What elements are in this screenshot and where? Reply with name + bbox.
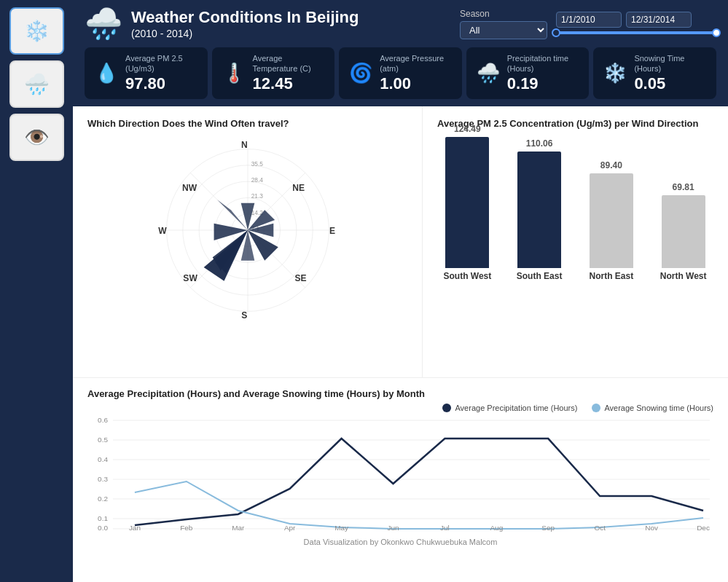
stat-snow-value: 0.05 [634, 74, 684, 93]
pm-bar-se-bar [517, 152, 561, 268]
slider-thumb-left[interactable] [552, 28, 560, 37]
svg-text:Jan: Jan [129, 524, 141, 532]
pm-bar-sw: 124.49 South West [437, 124, 498, 281]
svg-text:S: S [241, 310, 247, 321]
precip-icon: 🌧️ [477, 62, 500, 84]
pm-bar-ne: 89.40 North East [582, 160, 642, 281]
temp-icon: 🌡️ [222, 62, 246, 84]
stat-precip-label: Precipitation time(Hours) [507, 53, 568, 74]
svg-text:E: E [329, 226, 335, 236]
header-weather-icon: 🌧️ [85, 6, 122, 42]
svg-text:0.6: 0.6 [98, 416, 108, 424]
sidebar: ❄️ 🌧️ 👁️ [0, 0, 73, 582]
stat-pressure-value: 1.00 [380, 74, 444, 93]
legend-dot-snow [592, 404, 600, 412]
svg-text:NW: NW [182, 184, 197, 194]
svg-text:Sep: Sep [541, 524, 555, 532]
svg-text:Feb: Feb [180, 524, 193, 532]
pm-bar-ne-bar [590, 173, 633, 268]
snowflake-icon: ❄️ [24, 19, 50, 43]
pm-bar-chart: 124.49 South West 110.06 South East 89.4… [437, 143, 713, 303]
svg-text:SE: SE [294, 273, 306, 283]
stat-snow-text: Snowing Time(Hours) 0.05 [634, 53, 684, 93]
pm-bar-sw-bar [445, 137, 489, 268]
svg-text:28.4: 28.4 [251, 177, 263, 184]
wind-chart-title: Which Direction Does the Wind Often trav… [87, 118, 407, 130]
charts-bottom: Average Precipitation (Hours) and Averag… [73, 378, 728, 582]
stat-temp-label: AverageTemperature (C) [253, 53, 311, 74]
wind-rose-container: 35.5 28.4 21.3 14.2 7.1 [87, 135, 407, 325]
pm-bar-nw: 69.81 North West [653, 182, 713, 281]
header: 🌧️ Weather Conditions In Beijing (2010 -… [73, 0, 728, 47]
season-select[interactable]: All Spring Summer Fall Winter [460, 21, 547, 39]
eye-icon: 👁️ [24, 125, 50, 149]
stat-snow-label: Snowing Time(Hours) [634, 53, 684, 74]
svg-text:0.4: 0.4 [98, 455, 108, 463]
pm-bar-nw-bar [662, 195, 705, 268]
svg-text:May: May [334, 524, 348, 532]
svg-text:W: W [158, 226, 167, 236]
charts-top: Which Direction Does the Wind Often trav… [73, 106, 728, 378]
slider-thumb-right[interactable] [712, 28, 721, 37]
date-range [556, 12, 716, 36]
date-slider-container [556, 30, 716, 36]
svg-text:35.5: 35.5 [251, 160, 263, 168]
snow-line [135, 481, 703, 529]
header-left: 🌧️ Weather Conditions In Beijing (2010 -… [85, 6, 359, 42]
svg-text:Dec: Dec [697, 524, 710, 532]
svg-text:Jun: Jun [387, 524, 399, 532]
legend-item-precip: Average Precipitation time (Hours) [442, 404, 577, 412]
stat-precip-text: Precipitation time(Hours) 0.19 [507, 53, 568, 93]
wind-chart-panel: Which Direction Does the Wind Often trav… [73, 106, 423, 377]
pm-bar-ne-label: North East [590, 271, 634, 281]
header-title-block: Weather Conditions In Beijing (2010 - 20… [131, 8, 359, 39]
stat-pm25-text: Average PM 2.5(Ug/m3) 97.80 [125, 53, 183, 93]
snow-icon: ❄️ [603, 62, 627, 84]
header-controls: Season All Spring Summer Fall Winter [460, 9, 716, 39]
pm-bar-nw-label: North West [660, 271, 707, 281]
pm-bar-ne-value: 89.40 [600, 160, 622, 170]
svg-text:21.3: 21.3 [251, 193, 263, 200]
stat-temp-text: AverageTemperature (C) 12.45 [253, 53, 311, 93]
line-chart-legend: Average Precipitation time (Hours) Avera… [87, 404, 713, 412]
page-title: Weather Conditions In Beijing [131, 8, 359, 27]
stat-card-temp: 🌡️ AverageTemperature (C) 12.45 [212, 47, 335, 99]
svg-marker-21 [203, 230, 247, 281]
pm25-icon: 💧 [95, 62, 118, 84]
stats-bar: 💧 Average PM 2.5(Ug/m3) 97.80 🌡️ Average… [73, 47, 728, 106]
precip-line [135, 439, 703, 525]
svg-text:0.2: 0.2 [98, 495, 108, 503]
svg-text:0.5: 0.5 [98, 436, 108, 444]
main-content: 🌧️ Weather Conditions In Beijing (2010 -… [73, 0, 728, 582]
stat-temp-value: 12.45 [253, 74, 311, 93]
season-label: Season [460, 9, 547, 19]
date-slider[interactable] [556, 31, 716, 34]
sidebar-item-rain[interactable]: 🌧️ [9, 60, 64, 108]
pm-bar-se: 110.06 South East [509, 138, 570, 281]
svg-text:Oct: Oct [594, 524, 606, 532]
stat-pressure-text: Average Pressure(atm) 1.00 [380, 53, 444, 93]
stat-pm25-label: Average PM 2.5(Ug/m3) [125, 53, 183, 74]
stat-card-pm25: 💧 Average PM 2.5(Ug/m3) 97.80 [85, 47, 208, 99]
pm-bar-chart-area: 124.49 South West 110.06 South East 89.4… [437, 135, 713, 325]
pm-bar-sw-label: South West [443, 271, 491, 281]
wind-rose-svg: 35.5 28.4 21.3 14.2 7.1 [153, 135, 343, 325]
season-control: Season All Spring Summer Fall Winter [460, 9, 547, 39]
svg-text:SW: SW [183, 273, 197, 283]
svg-text:Mar: Mar [232, 524, 245, 532]
date-slider-fill [556, 31, 716, 34]
svg-text:Jul: Jul [440, 524, 450, 532]
pressure-icon: 🌀 [349, 62, 372, 84]
sidebar-item-visibility[interactable]: 👁️ [9, 114, 64, 161]
sidebar-item-weather[interactable]: ❄️ [9, 7, 64, 55]
date-start-input[interactable] [556, 12, 622, 28]
pm-chart-panel: Average PM 2.5 Concentration (Ug/m3) per… [423, 106, 728, 377]
date-inputs [556, 12, 716, 28]
legend-item-snow: Average Snowing time (Hours) [592, 404, 713, 412]
svg-text:0.1: 0.1 [98, 514, 108, 522]
svg-text:Nov: Nov [645, 524, 658, 532]
pm-bar-nw-value: 69.81 [673, 182, 694, 192]
date-end-input[interactable] [626, 12, 692, 28]
stat-pm25-value: 97.80 [125, 74, 183, 93]
line-chart-title: Average Precipitation (Hours) and Averag… [87, 388, 713, 399]
